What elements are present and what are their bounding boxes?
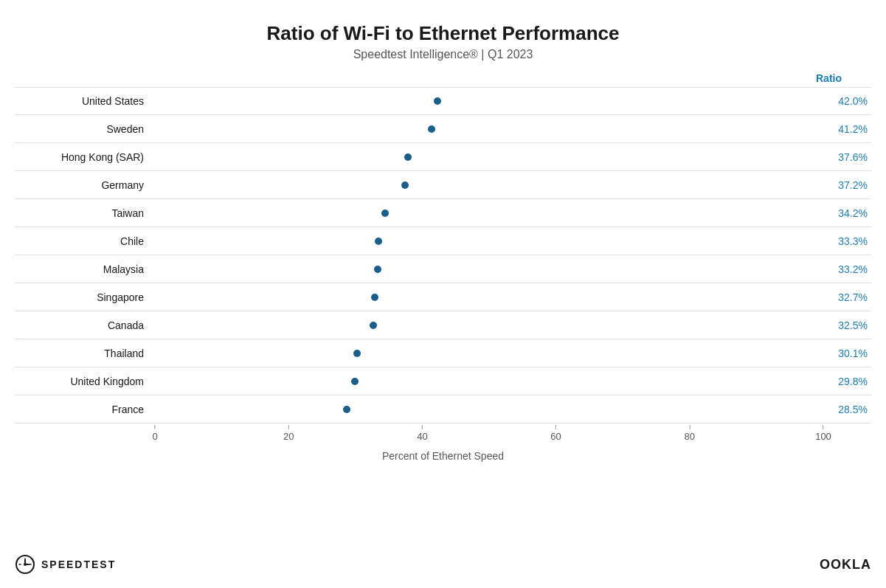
- dot-track: [155, 367, 827, 395]
- x-tick: 0: [152, 425, 157, 442]
- data-row: Taiwan34.2%: [15, 199, 871, 227]
- value-label: 33.3%: [827, 235, 871, 247]
- country-label: Malaysia: [15, 263, 155, 275]
- dot-track: [155, 171, 827, 198]
- value-label: 37.2%: [827, 179, 871, 191]
- data-point: [374, 266, 381, 273]
- data-row: Sweden41.2%: [15, 115, 871, 143]
- value-label: 33.2%: [827, 263, 871, 275]
- value-label: 37.6%: [827, 151, 871, 163]
- value-label: 29.8%: [827, 376, 871, 387]
- country-label: United States: [15, 95, 155, 107]
- value-label: 32.7%: [827, 291, 871, 303]
- speedtest-label: SPEEDTEST: [41, 558, 116, 570]
- speedtest-icon: [15, 554, 35, 575]
- x-tick-label: 0: [152, 431, 157, 442]
- x-tick-label: 40: [417, 431, 427, 442]
- value-label: 30.1%: [827, 347, 871, 359]
- data-point: [428, 125, 435, 133]
- country-label: France: [15, 404, 155, 415]
- country-label: United Kingdom: [15, 376, 155, 387]
- dot-track: [155, 311, 827, 339]
- dot-track: [155, 339, 827, 367]
- data-point: [375, 238, 382, 245]
- data-row: Malaysia33.2%: [15, 255, 871, 283]
- x-tick-line: [154, 425, 155, 429]
- ratio-column-header: Ratio: [797, 72, 842, 84]
- value-label: 42.0%: [827, 95, 871, 107]
- data-row: Chile33.3%: [15, 227, 871, 255]
- dot-track: [155, 255, 827, 283]
- value-label: 28.5%: [827, 404, 871, 415]
- data-row: Singapore32.7%: [15, 283, 871, 311]
- country-label: Thailand: [15, 347, 155, 359]
- country-label: Sweden: [15, 123, 155, 135]
- dot-track: [155, 283, 827, 311]
- data-row: Canada32.5%: [15, 311, 871, 339]
- value-label: 41.2%: [827, 123, 871, 135]
- x-tick-label: 60: [550, 431, 561, 442]
- data-point: [381, 210, 389, 217]
- data-row: Hong Kong (SAR)37.6%: [15, 143, 871, 171]
- dot-track: [155, 115, 827, 142]
- data-point: [404, 153, 412, 161]
- value-label: 34.2%: [827, 207, 871, 219]
- x-tick: 20: [283, 425, 294, 442]
- country-label: Chile: [15, 235, 155, 247]
- country-label: Germany: [15, 179, 155, 191]
- x-axis-title: Percent of Ethernet Speed: [15, 450, 871, 462]
- ratio-header: Ratio: [15, 72, 871, 84]
- dot-track: [155, 395, 827, 423]
- dot-track: [155, 227, 827, 255]
- x-tick-line: [556, 425, 556, 429]
- chart-area: Ratio United States42.0%Sweden41.2%Hong …: [15, 72, 871, 462]
- x-tick-line: [823, 425, 823, 429]
- rows-area: United States42.0%Sweden41.2%Hong Kong (…: [15, 87, 871, 423]
- data-point: [351, 378, 359, 385]
- subtitle: Speedtest Intelligence® | Q1 2023: [15, 48, 871, 61]
- country-label: Taiwan: [15, 207, 155, 219]
- data-row: United States42.0%: [15, 87, 871, 115]
- title-section: Ratio of Wi-Fi to Ethernet Performance S…: [15, 22, 871, 61]
- ookla-label: OOKLA: [820, 557, 871, 573]
- x-tick-label: 20: [283, 431, 294, 442]
- data-point: [353, 350, 361, 357]
- footer: SPEEDTEST OOKLA: [15, 554, 871, 575]
- main-title: Ratio of Wi-Fi to Ethernet Performance: [15, 22, 871, 45]
- data-point: [370, 322, 377, 329]
- x-tick-label: 80: [685, 431, 695, 442]
- data-row: Thailand30.1%: [15, 339, 871, 367]
- dot-track: [155, 88, 827, 114]
- x-tick: 40: [417, 425, 427, 442]
- data-point: [434, 97, 441, 105]
- x-axis-area: 020406080100: [15, 425, 871, 447]
- data-row: Germany37.2%: [15, 171, 871, 199]
- x-tick: 60: [550, 425, 561, 442]
- svg-point-1: [24, 563, 27, 566]
- x-tick: 80: [685, 425, 695, 442]
- dot-track: [155, 199, 827, 226]
- data-row: United Kingdom29.8%: [15, 367, 871, 395]
- dot-track: [155, 143, 827, 170]
- country-label: Singapore: [15, 291, 155, 303]
- x-tick-line: [689, 425, 690, 429]
- country-label: Hong Kong (SAR): [15, 151, 155, 163]
- country-label: Canada: [15, 319, 155, 331]
- data-row: France28.5%: [15, 395, 871, 423]
- data-point: [343, 406, 350, 413]
- x-tick-line: [288, 425, 289, 429]
- x-ticks: 020406080100: [155, 425, 823, 447]
- data-point: [401, 181, 409, 189]
- value-label: 32.5%: [827, 319, 871, 331]
- x-tick-line: [422, 425, 423, 429]
- x-tick: 100: [815, 425, 831, 442]
- x-tick-label: 100: [815, 431, 831, 442]
- data-point: [371, 294, 378, 301]
- chart-container: Ratio of Wi-Fi to Ethernet Performance S…: [0, 0, 886, 588]
- speedtest-logo: SPEEDTEST: [15, 554, 116, 575]
